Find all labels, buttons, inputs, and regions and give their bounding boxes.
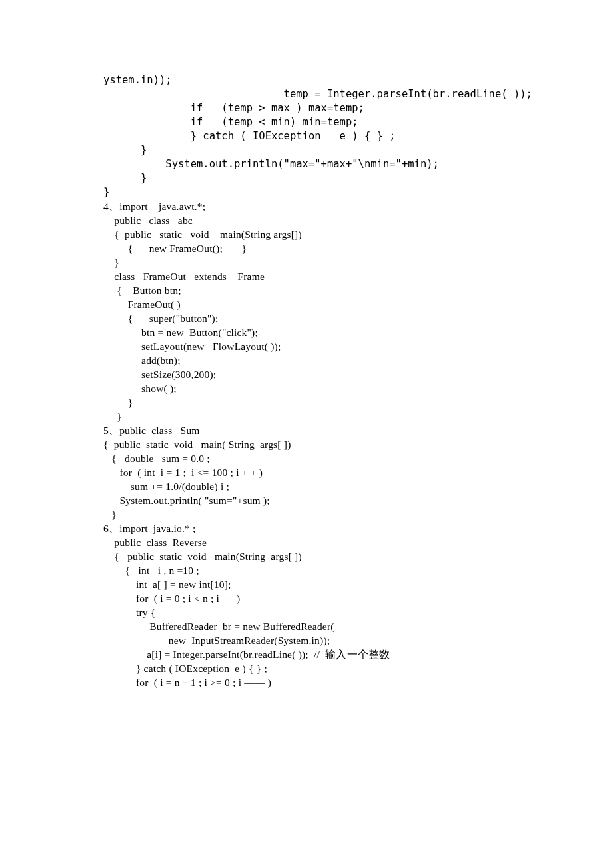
code-line: { int i , n =10 ; bbox=[103, 563, 560, 577]
code-line: if (temp > max ) max=temp; bbox=[103, 101, 560, 115]
code-line: } catch ( IOException e ) { } ; bbox=[103, 661, 560, 675]
code-line: FrameOut( ) bbox=[103, 297, 560, 311]
code-line: { super("button"); bbox=[103, 311, 560, 325]
code-line: { public static void main(String args[ ]… bbox=[103, 549, 560, 563]
code-line: } bbox=[103, 255, 560, 269]
code-line: public class abc bbox=[103, 213, 560, 227]
code-line: a[i] = Integer.parseInt(br.readLine( ));… bbox=[103, 647, 560, 661]
code-line: BufferedReader br = new BufferedReader( bbox=[103, 619, 560, 633]
code-line: class FrameOut extends Frame bbox=[103, 269, 560, 283]
code-line: } bbox=[103, 143, 560, 157]
code-line: for ( i = 0 ; i < n ; i ++ ) bbox=[103, 591, 560, 605]
code-line: { public static void main(String args[]) bbox=[103, 227, 560, 241]
code-line: 5、public class Sum bbox=[103, 423, 560, 437]
code-line: try { bbox=[103, 605, 560, 619]
code-line: } bbox=[103, 185, 560, 199]
code-line: ystem.in)); bbox=[103, 73, 560, 87]
code-line: System.out.println("max="+max+"\nmin="+m… bbox=[103, 157, 560, 171]
code-line: new InputStreamReader(System.in)); bbox=[103, 633, 560, 647]
code-line: { public static void main( String args[ … bbox=[103, 437, 560, 451]
code-block: ystem.in)); temp = Integer.parseInt(br.r… bbox=[103, 73, 560, 689]
code-line: { Button btn; bbox=[103, 283, 560, 297]
document-page: ystem.in)); temp = Integer.parseInt(br.r… bbox=[0, 0, 613, 743]
code-line: { double sum = 0.0 ; bbox=[103, 451, 560, 465]
code-line: } bbox=[103, 409, 560, 423]
code-line: System.out.println( "sum="+sum ); bbox=[103, 493, 560, 507]
code-line: int a[ ] = new int[10]; bbox=[103, 577, 560, 591]
code-line: 6、import java.io.* ; bbox=[103, 521, 560, 535]
code-line: for ( i = n－1 ; i >= 0 ; i ―― ) bbox=[103, 675, 560, 689]
code-line: } bbox=[103, 395, 560, 409]
code-line: { new FrameOut(); } bbox=[103, 241, 560, 255]
code-line: add(btn); bbox=[103, 353, 560, 367]
code-line: } bbox=[103, 507, 560, 521]
code-line: for ( int i = 1 ; i <= 100 ; i + + ) bbox=[103, 465, 560, 479]
code-line: } catch ( IOException e ) { } ; bbox=[103, 129, 560, 143]
code-line: btn = new Button("click"); bbox=[103, 325, 560, 339]
code-line: setLayout(new FlowLayout( )); bbox=[103, 339, 560, 353]
code-line: } bbox=[103, 171, 560, 185]
code-line: setSize(300,200); bbox=[103, 367, 560, 381]
code-line: if (temp < min) min=temp; bbox=[103, 115, 560, 129]
code-line: public class Reverse bbox=[103, 535, 560, 549]
code-line: show( ); bbox=[103, 381, 560, 395]
code-line: temp = Integer.parseInt(br.readLine( )); bbox=[103, 87, 560, 101]
code-line: 4、import java.awt.*; bbox=[103, 199, 560, 213]
code-line: sum += 1.0/(double) i ; bbox=[103, 479, 560, 493]
